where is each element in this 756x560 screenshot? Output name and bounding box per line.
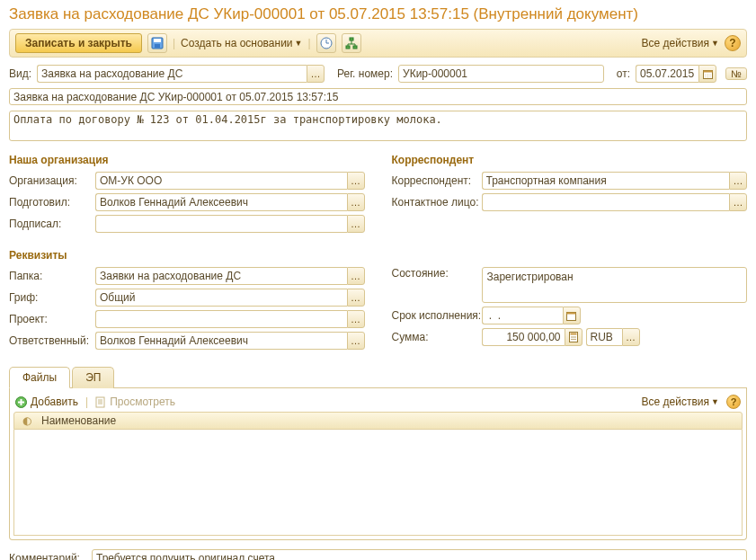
page-title: Заявка на расходование ДС УКир-000001 от… [9, 5, 747, 23]
folder-input[interactable] [95, 267, 347, 285]
correspondent-group-title: Корреспондент [392, 154, 748, 166]
comment-input[interactable] [92, 549, 747, 560]
type-input[interactable] [37, 65, 307, 83]
save-close-button[interactable]: Записать и закрыть [15, 33, 142, 53]
type-select-button[interactable]: … [307, 65, 325, 83]
main-toolbar: Записать и закрыть | Создать на основани… [9, 29, 747, 58]
clock-button[interactable] [316, 33, 336, 53]
deadline-calendar-button[interactable] [563, 307, 581, 324]
prepared-select-button[interactable]: … [347, 193, 365, 211]
date-input[interactable] [636, 65, 698, 83]
project-select-button[interactable]: … [347, 310, 365, 328]
svg-rect-7 [346, 46, 350, 49]
signed-select-button[interactable]: … [347, 215, 365, 233]
correspondent-input[interactable] [482, 172, 730, 190]
correspondent-label: Корреспондент: [392, 174, 482, 187]
svg-rect-8 [353, 46, 357, 49]
contact-label: Контактное лицо: [392, 196, 482, 209]
add-file-button[interactable]: Добавить [15, 396, 78, 408]
org-input[interactable] [95, 172, 347, 190]
svg-point-23 [573, 336, 574, 337]
plus-icon [15, 396, 27, 408]
responsible-input[interactable] [95, 332, 347, 350]
signed-label: Подписал: [9, 218, 95, 230]
svg-point-25 [571, 339, 572, 340]
files-help-button[interactable]: ? [726, 395, 741, 409]
sum-input[interactable] [482, 328, 565, 346]
currency-input[interactable] [586, 328, 622, 346]
signed-input[interactable] [95, 215, 347, 233]
all-actions-menu[interactable]: Все действия▼ [642, 37, 719, 49]
project-label: Проект: [9, 313, 95, 325]
calendar-icon [566, 311, 576, 321]
diskette-icon [151, 37, 164, 49]
sum-calc-button[interactable] [565, 328, 583, 346]
sum-label: Сумма: [392, 331, 482, 343]
state-box[interactable]: Зарегистрирован [482, 267, 748, 303]
deadline-label: Срок исполнения: [392, 309, 482, 322]
reg-number-input[interactable] [398, 65, 604, 83]
help-button[interactable]: ? [725, 35, 741, 51]
currency-select-button[interactable]: … [622, 328, 640, 346]
assign-number-button[interactable]: № [725, 67, 747, 80]
description-box: Заявка на расходование ДС УКир-000001 от… [9, 88, 747, 105]
correspondent-select-button[interactable]: … [729, 172, 747, 190]
prepared-input[interactable] [95, 193, 347, 211]
files-grid-header: ◐ Наименование [13, 412, 743, 430]
contact-select-button[interactable]: … [729, 193, 747, 211]
folder-label: Папка: [9, 270, 95, 282]
state-label: Состояние: [392, 267, 482, 280]
svg-point-22 [571, 336, 572, 337]
create-based-on-menu[interactable]: Создать на основании▼ [181, 37, 302, 49]
requisites-group-title: Реквизиты [9, 249, 747, 262]
org-select-button[interactable]: … [347, 172, 365, 190]
svg-point-26 [573, 339, 574, 340]
tree-icon [345, 37, 358, 49]
tab-signature[interactable]: ЭП [72, 367, 114, 388]
svg-rect-14 [703, 70, 712, 72]
svg-point-24 [574, 336, 575, 337]
svg-rect-21 [570, 333, 576, 335]
grif-select-button[interactable]: … [347, 289, 365, 307]
deadline-input[interactable] [482, 307, 563, 324]
contact-input[interactable] [482, 193, 730, 211]
calculator-icon [569, 332, 578, 342]
files-all-actions-menu[interactable]: Все действия▼ [642, 396, 719, 408]
tab-files[interactable]: Файлы [9, 367, 70, 388]
grif-label: Гриф: [9, 291, 95, 304]
svg-rect-1 [154, 39, 161, 42]
prepared-label: Подготовил: [9, 196, 95, 209]
save-button[interactable] [147, 33, 167, 53]
responsible-select-button[interactable]: … [347, 332, 365, 350]
date-calendar-button[interactable] [698, 65, 716, 83]
structure-button[interactable] [342, 33, 361, 53]
svg-point-27 [574, 339, 575, 340]
svg-rect-6 [350, 38, 353, 40]
folder-select-button[interactable]: … [347, 267, 365, 285]
attachment-column-icon: ◐ [18, 414, 36, 427]
tab-body: Добавить | Просмотреть Все действия▼ ? ◐… [9, 388, 747, 540]
grif-input[interactable] [95, 289, 347, 307]
comment-label: Комментарий: [9, 552, 86, 560]
responsible-label: Ответственный: [9, 334, 95, 347]
our-org-group-title: Наша организация [9, 154, 365, 166]
clock-icon [320, 37, 333, 49]
summary-textarea[interactable]: Оплата по договору № 123 от 01.04.2015г … [9, 111, 747, 141]
svg-rect-19 [567, 312, 576, 314]
view-file-button[interactable]: Просмотреть [95, 396, 175, 408]
name-column-header[interactable]: Наименование [41, 414, 116, 427]
type-label: Вид: [9, 67, 31, 80]
reg-number-label: Рег. номер: [337, 67, 393, 80]
svg-rect-2 [155, 44, 160, 48]
document-icon [95, 396, 106, 408]
date-from-label: от: [617, 67, 630, 80]
project-input[interactable] [95, 310, 347, 328]
tabs: Файлы ЭП [9, 366, 747, 388]
calendar-icon [703, 69, 713, 79]
org-label: Организация: [9, 174, 95, 187]
files-grid-body[interactable] [13, 430, 743, 536]
